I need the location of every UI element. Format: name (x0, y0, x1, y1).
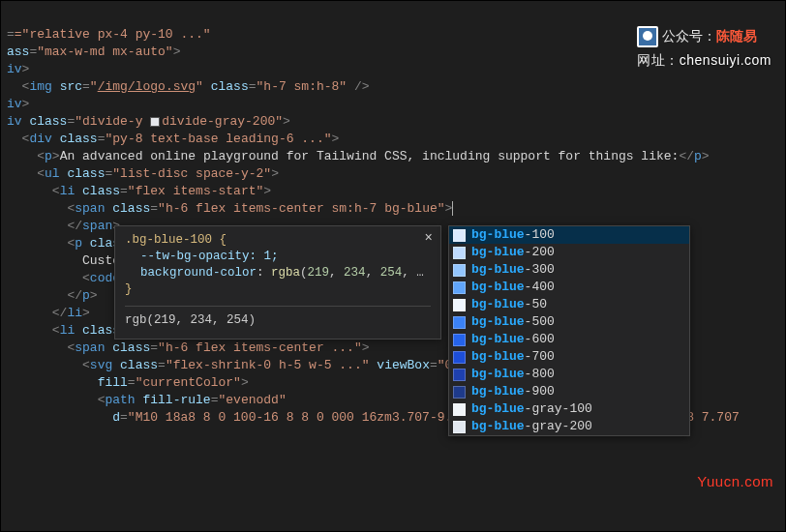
suggest-item[interactable]: bg-blue-700 (449, 348, 689, 366)
suggest-item[interactable]: bg-blue-50 (449, 296, 689, 313)
suggest-label: bg-blue-800 (471, 366, 555, 383)
color-swatch-icon (453, 264, 466, 277)
suggest-item[interactable]: bg-blue-400 (449, 279, 689, 296)
color-swatch-icon (453, 229, 466, 242)
tooltip-prop: --tw-bg-opacity: 1; (140, 250, 279, 263)
suggest-item[interactable]: bg-blue-gray-200 (449, 418, 689, 435)
suggest-label: bg-blue-900 (471, 383, 555, 400)
autocomplete-popup[interactable]: bg-blue-100bg-blue-200bg-blue-300bg-blue… (448, 225, 690, 436)
watermark-bottom: Yuucn.com (697, 473, 773, 490)
suggest-label: bg-blue-gray-100 (471, 400, 592, 418)
suggest-item[interactable]: bg-blue-200 (449, 244, 689, 261)
color-swatch-icon (453, 403, 466, 416)
text-cursor (452, 201, 453, 216)
color-swatch-inline (150, 117, 160, 127)
suggest-label: bg-blue-500 (471, 313, 555, 331)
suggest-label: bg-blue-700 (471, 348, 555, 366)
img-src: /img/logo.svg (98, 79, 196, 94)
suggest-label: bg-blue-600 (471, 331, 555, 348)
suggest-label: bg-blue-50 (471, 296, 547, 313)
code-token: ="relative px-4 py-10 ..." (15, 27, 211, 42)
suggest-label: bg-blue-100 (471, 226, 555, 244)
suggest-item[interactable]: bg-blue-800 (449, 366, 689, 383)
suggest-label: bg-blue-300 (471, 261, 555, 279)
suggest-item[interactable]: bg-blue-100 (449, 226, 689, 244)
close-icon[interactable]: × (425, 230, 433, 247)
suggest-item[interactable]: bg-blue-300 (449, 261, 689, 279)
paragraph-text: An advanced online playground for Tailwi… (60, 149, 680, 163)
tooltip-color-value: rgb(219, 234, 254) (125, 312, 431, 329)
color-swatch-icon (453, 351, 466, 364)
color-swatch-icon (453, 421, 466, 433)
color-swatch-icon (453, 299, 466, 311)
color-swatch-icon (453, 247, 466, 259)
color-swatch-icon (453, 334, 466, 346)
avatar-icon (637, 26, 658, 47)
watermark-top: 公众号：陈随易 网址：chensuiyi.com (637, 26, 771, 69)
color-swatch-icon (453, 281, 466, 294)
suggest-item[interactable]: bg-blue-900 (449, 383, 689, 400)
tooltip-selector: .bg-blue-100 { (125, 233, 227, 247)
suggest-item[interactable]: bg-blue-600 (449, 331, 689, 348)
suggest-item[interactable]: bg-blue-gray-100 (449, 400, 689, 418)
color-swatch-icon (453, 316, 466, 329)
suggest-label: bg-blue-400 (471, 279, 555, 296)
color-swatch-icon (453, 369, 466, 381)
suggest-label: bg-blue-gray-200 (471, 418, 592, 435)
suggest-item[interactable]: bg-blue-500 (449, 313, 689, 331)
color-swatch-icon (453, 386, 466, 399)
suggest-label: bg-blue-200 (471, 244, 555, 261)
css-hover-tooltip: × .bg-blue-100 { --tw-bg-opacity: 1; bac… (114, 225, 441, 340)
